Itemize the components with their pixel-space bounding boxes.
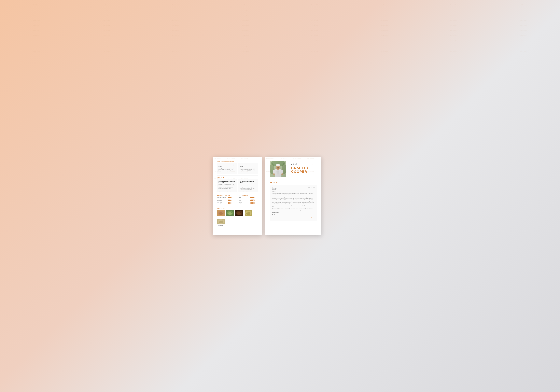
job-role-2: Jr. Chef: [240, 166, 256, 167]
edu-degree-2: Bachelors in Degree (2004 - 2008): [240, 181, 256, 183]
letter-to-label: To,: [272, 187, 273, 188]
lang-dot-3-0: [250, 202, 251, 203]
bg-watermark: Best Template: [72, 7, 141, 12]
bg-watermark: Best Template: [141, 38, 210, 43]
dish-name-2: Dish Name 3: [237, 217, 241, 218]
bg-watermark: Best Template: [350, 38, 419, 43]
my-dishes-title: MY DISHES: [217, 208, 258, 209]
lang-dots-4: [250, 203, 255, 204]
dish-thumb-0: [217, 210, 225, 216]
photo-corner-br: [285, 175, 286, 177]
skill-dot-2-4: [233, 200, 233, 201]
bg-watermark: Best Template: [488, 18, 558, 23]
bg-watermark: Best Template: [419, 28, 488, 33]
edu-school-2: University Name: [240, 183, 256, 185]
cooking-experience-title: COOKING EXPERIENCE: [217, 160, 258, 162]
cooking-experience-grid: Restaurant Name (2014 - 2018) Sr. Chef L…: [217, 163, 258, 174]
bg-watermark: Best Template: [488, 2, 558, 7]
bg-watermark: Best Template: [72, 33, 141, 38]
job-company-1: Restaurant Name (2014 - 2018): [219, 164, 235, 166]
bg-watermark: Best Template: [419, 33, 488, 38]
chef-photo: [270, 161, 286, 177]
bg-watermark: Best Template: [280, 18, 350, 23]
dish-name-0: Dish Name 1: [218, 217, 223, 218]
my-dishes-section: MY DISHES Dish Name 1 Dish Name 2 Dish N…: [217, 208, 258, 226]
dish-item-1: Dish Name 2: [226, 210, 234, 218]
svg-rect-30: [270, 161, 286, 177]
lang-dot-1-0: [250, 199, 251, 200]
lang-dot-1-1: [251, 199, 252, 200]
edu-item-2: Bachelors in Degree (2004 - 2008) Univer…: [238, 179, 258, 192]
lang-dot-0-1: [251, 197, 252, 198]
svg-rect-34: [275, 169, 281, 177]
bg-watermark: Best Template: [141, 23, 210, 28]
skill-label-1: Delicious Pastries: [217, 199, 228, 200]
skill-dot-1-1: [229, 199, 230, 200]
skill-row-0: High quality Sandwiches: [217, 197, 236, 198]
bg-watermark: Best Template: [488, 28, 558, 33]
languages-title: LANGUAGES: [239, 195, 258, 196]
skill-dot-0-2: [230, 197, 231, 198]
letter-greeting: Dear Sir,: [272, 191, 315, 192]
right-card: Best Template Best Template Best Templat…: [265, 157, 321, 235]
svg-rect-23: [245, 210, 252, 216]
letter-decoration: [272, 216, 315, 219]
lang-label-3: German: [239, 202, 249, 203]
svg-rect-37: [276, 164, 280, 166]
chef-svg: [270, 161, 286, 177]
lang-dot-2-1: [251, 200, 252, 201]
bg-watermark: Best Template: [488, 38, 558, 43]
bg-watermark: Best Template: [210, 7, 280, 12]
letter-header: To, Date: 9-3-2018: [272, 187, 315, 188]
divider-3: [217, 206, 258, 206]
svg-point-39: [279, 167, 279, 168]
dish-thumb-1: [226, 210, 234, 216]
dishes-grid: Dish Name 1 Dish Name 2 Dish Name 3 Dish…: [217, 210, 258, 226]
bg-watermark: Best Template: [72, 49, 141, 54]
skill-label-2: Italian Cuisine: [217, 200, 228, 201]
bg-watermark: Best Template: [488, 23, 558, 28]
left-card: Best Template Best Template Best Templat…: [213, 157, 262, 235]
bg-watermark: Best Template: [350, 23, 419, 28]
bg-watermark: Best Template: [72, 18, 141, 23]
bg-watermark: Best Template: [72, 38, 141, 43]
skill-dot-0-0: [228, 197, 229, 198]
svg-point-32: [270, 163, 274, 174]
letter-box: To, Date: 9-3-2018 John Smith, Recruiter…: [270, 185, 317, 221]
bg-watermark: Best Template: [488, 33, 558, 38]
lang-row-3: German: [239, 202, 258, 203]
svg-rect-45: [281, 170, 283, 174]
skill-dots-3: [228, 202, 233, 203]
skill-dot-1-2: [230, 199, 231, 200]
svg-rect-5: [217, 210, 225, 216]
lang-dot-1-3: [253, 199, 254, 200]
svg-point-33: [282, 163, 286, 174]
bg-watermark: Best Template: [419, 7, 488, 12]
bg-watermark: Best Template: [350, 7, 419, 12]
chef-last-name: COOPER: [291, 170, 309, 173]
svg-rect-29: [217, 219, 225, 224]
bg-watermark: Best Template: [2, 28, 72, 33]
culinary-skills-title: CULINARY SKILLS: [217, 195, 236, 196]
lang-dot-2-0: [250, 200, 251, 201]
lang-dot-0-4: [254, 197, 255, 198]
svg-rect-48: [276, 171, 280, 172]
skill-dot-2-2: [230, 200, 231, 201]
bg-watermark: Best Template: [2, 33, 72, 38]
lang-label-0: English: [239, 197, 249, 198]
chef-photo-frame: [270, 161, 286, 177]
lang-row-4: Dutch: [239, 203, 258, 204]
skill-dot-0-3: [231, 197, 232, 198]
dish-item-3: Dish Name 4: [244, 210, 252, 218]
letter-to-role: Recruiter: [272, 189, 315, 190]
bg-watermark: Best Template: [141, 2, 210, 7]
dish-img-1: [226, 210, 234, 216]
dish-thumb-4: [217, 219, 225, 224]
dish-name-3: Dish Name 4: [246, 217, 251, 218]
bg-watermark: Best Template: [419, 49, 488, 54]
lang-dot-2-4: [254, 200, 255, 201]
lang-label-1: French: [239, 199, 249, 200]
skill-dot-3-2: [230, 202, 231, 203]
bg-watermark: Best Template: [72, 43, 141, 49]
lang-dot-2-3: [253, 200, 254, 201]
